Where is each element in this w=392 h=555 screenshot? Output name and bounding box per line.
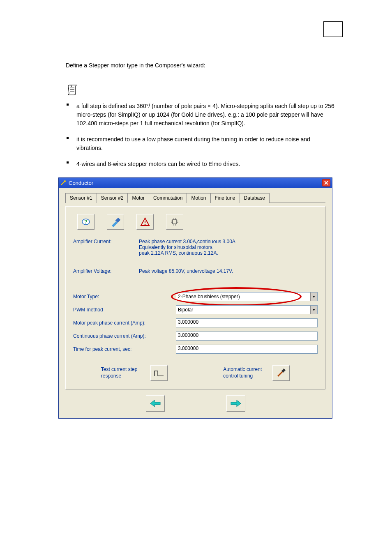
svg-text:?: ? <box>84 219 88 225</box>
screwdriver-icon <box>276 368 286 378</box>
note-item: 4-wires and 8-wires stepper motors can b… <box>67 160 334 168</box>
wand-icon <box>60 180 66 186</box>
warning-icon <box>140 217 150 227</box>
motor-panel: ? Amplifier Current: Peak phase current … <box>65 206 325 389</box>
next-arrow-icon <box>230 399 242 408</box>
note-text: it is recommended to use a low phase cur… <box>76 136 310 151</box>
help-button[interactable]: ? <box>77 214 95 230</box>
back-button[interactable] <box>146 395 165 412</box>
brush-button[interactable] <box>107 214 124 230</box>
tab-motor[interactable]: Motor <box>127 193 149 203</box>
time-peak-label: Time for peak current, sec: <box>73 346 176 352</box>
test-step-button[interactable] <box>150 365 168 381</box>
amp-voltage-label: Amplifier Voltage: <box>73 268 139 274</box>
tab-sensor2[interactable]: Sensor #2 <box>97 193 128 203</box>
chip-button[interactable] <box>166 214 183 230</box>
notes-list: a full step is defined as 360°/ (number … <box>67 102 334 176</box>
cont-current-input[interactable]: 3.000000 <box>176 332 318 341</box>
svg-point-8 <box>145 224 146 225</box>
amp-voltage-value: Peak voltage 85.00V, undervoltage 14.17V… <box>139 268 318 274</box>
titlebar[interactable]: Conductor <box>59 178 332 188</box>
peak-current-input[interactable]: 3.000000 <box>176 318 318 327</box>
header-rule <box>53 29 343 29</box>
tab-finetune[interactable]: Fine tune <box>210 193 240 203</box>
note-item: a full step is defined as 360°/ (number … <box>67 102 334 128</box>
tab-strip: Sensor #1 Sensor #2 Motor Commutation Mo… <box>65 193 325 203</box>
amp-current-value: Peak phase current 3.00A,continuous 3.00… <box>139 239 318 256</box>
close-icon <box>324 181 328 185</box>
auto-tune-button[interactable] <box>272 365 290 381</box>
test-step-label: Test current step response <box>101 366 146 379</box>
time-peak-input[interactable]: 3.000000 <box>176 345 318 354</box>
pwm-label: PWM method <box>73 307 176 313</box>
svg-point-3 <box>64 180 66 182</box>
header-page-box <box>323 21 343 37</box>
intro-text: Define a Stepper motor type in the Compo… <box>66 62 334 70</box>
note-text: a full step is defined as 360°/ (number … <box>76 103 334 127</box>
chevron-down-icon: ▼ <box>310 306 317 314</box>
svg-rect-9 <box>173 220 177 224</box>
close-button[interactable] <box>322 179 330 187</box>
tab-commutation[interactable]: Commutation <box>149 193 187 203</box>
dialog-title: Conductor <box>69 180 93 186</box>
svg-line-18 <box>278 371 283 376</box>
notes-scroll-icon <box>67 84 79 99</box>
cont-current-label: Continuous phase current (Amp): <box>73 333 176 339</box>
peak-current-label: Motor peak phase current (Amp): <box>73 320 176 326</box>
chip-icon <box>170 217 180 227</box>
amp-current-label: Amplifier Current: <box>73 239 139 256</box>
tab-motion[interactable]: Motion <box>187 193 210 203</box>
brush-icon <box>110 216 121 227</box>
chevron-down-icon: ▼ <box>310 292 317 301</box>
tab-sensor1[interactable]: Sensor #1 <box>65 193 97 203</box>
step-response-icon <box>154 368 164 378</box>
motor-type-value: 2-Phase brushless (stepper) <box>178 294 240 299</box>
tab-database[interactable]: Database <box>240 193 270 203</box>
auto-tune-label: Automatic current control tuning <box>223 366 268 379</box>
motor-type-select[interactable]: 2-Phase brushless (stepper) ▼ <box>176 292 318 301</box>
note-text: 4-wires and 8-wires stepper motors can b… <box>76 161 240 167</box>
back-arrow-icon <box>150 399 161 408</box>
help-icon: ? <box>81 217 90 226</box>
pwm-select[interactable]: Bipolar ▼ <box>176 305 318 314</box>
next-button[interactable] <box>226 395 245 412</box>
note-item: it is recommended to use a low phase cur… <box>67 135 334 152</box>
pwm-value: Bipolar <box>178 307 193 313</box>
conductor-dialog: Conductor Sensor #1 Sensor #2 Motor Comm… <box>58 177 332 419</box>
motor-type-label: Motor Type: <box>73 294 176 299</box>
warning-button[interactable] <box>136 214 154 230</box>
